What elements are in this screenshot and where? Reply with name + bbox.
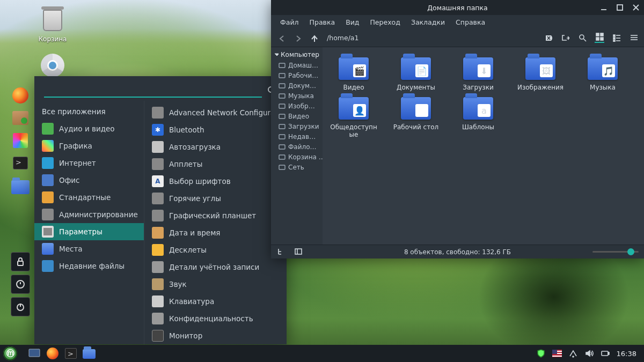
sidebar-item-network[interactable]: Сеть xyxy=(271,162,323,172)
app-autostart[interactable]: Автозагрузка xyxy=(144,138,287,156)
logout-button[interactable] xyxy=(11,275,30,294)
fm-menu-переход[interactable]: Переход xyxy=(365,17,405,28)
fm-titlebar[interactable]: Домашняя папка xyxy=(271,0,644,15)
category-accessories[interactable]: Стандартные xyxy=(34,189,144,206)
sidebar-item-label: Докум… xyxy=(288,82,316,90)
tray-volume[interactable] xyxy=(584,349,594,358)
category-icon xyxy=(42,123,54,135)
app-label: Графический планшет xyxy=(169,211,256,220)
category-graphics[interactable]: Графика xyxy=(34,137,144,154)
task-firefox[interactable] xyxy=(45,346,61,360)
file-video[interactable]: 🎬Видео xyxy=(328,55,379,91)
sidebar-item-home[interactable]: Домаш… xyxy=(271,60,323,70)
sidebar-header-computer[interactable]: Компьютер xyxy=(271,49,323,60)
fm-menu-правка[interactable]: Правка xyxy=(305,17,340,28)
clock[interactable]: 16:38 xyxy=(617,350,636,358)
app-net-config[interactable]: Advanced Network Configuration xyxy=(144,104,287,121)
close-button[interactable] xyxy=(631,3,641,12)
start-button[interactable] xyxy=(3,346,17,360)
fm-main[interactable]: 🎬Видео📄Документы⬇Загрузки🖼Изображения🎵Му… xyxy=(323,47,644,245)
sidebar-item-filesystem[interactable]: Файло… xyxy=(271,142,323,152)
file-downloads[interactable]: ⬇Загрузки xyxy=(452,55,504,91)
category-audio-video[interactable]: Аудио и видео xyxy=(34,120,144,137)
task-show-desktop[interactable] xyxy=(26,346,42,360)
folder-icon: 📄 xyxy=(401,55,431,80)
tray-network[interactable] xyxy=(568,349,578,358)
category-internet[interactable]: Интернет xyxy=(34,154,144,172)
category-office[interactable]: Офис xyxy=(34,172,144,189)
zoom-slider[interactable] xyxy=(592,251,639,253)
app-applets[interactable]: Апплеты xyxy=(144,156,287,173)
file-music[interactable]: 🎵Музыка xyxy=(577,55,628,91)
toggle-path-button[interactable] xyxy=(560,33,570,43)
sidebar-item-documents[interactable]: Докум… xyxy=(271,80,323,91)
sidebar-item-downloads[interactable]: Загрузки xyxy=(271,121,323,131)
path-display[interactable]: /home/a1 xyxy=(325,34,538,42)
file-desktop[interactable]: Рабочий стол xyxy=(390,94,442,138)
app-monitor[interactable]: Монитор xyxy=(144,327,287,344)
app-bluetooth[interactable]: Bluetooth xyxy=(144,121,287,138)
lock-button[interactable] xyxy=(11,252,30,271)
chevron-down-icon xyxy=(274,52,279,57)
launcher-column xyxy=(11,86,32,316)
app-privacy[interactable]: Конфиденциальность xyxy=(144,310,287,327)
tray-keyboard-layout[interactable] xyxy=(552,349,562,358)
launch-firefox[interactable] xyxy=(11,86,30,105)
launch-software[interactable] xyxy=(11,108,30,128)
fm-sidebar: Компьютер Домаш…Рабочи…Докум…МузыкаИзобр… xyxy=(271,47,323,245)
category-preferences[interactable]: Параметры xyxy=(34,223,144,240)
category-administration[interactable]: Администрирование xyxy=(34,206,144,223)
minimize-button[interactable] xyxy=(599,3,609,12)
nav-up[interactable] xyxy=(309,33,319,43)
status-tree-toggle[interactable] xyxy=(276,247,286,257)
app-datetime[interactable]: Дата и время xyxy=(144,224,287,241)
app-desklets[interactable]: Десклеты xyxy=(144,241,287,258)
status-sidebar-toggle[interactable] xyxy=(294,247,303,257)
svg-rect-0 xyxy=(18,261,23,265)
clear-path-button[interactable] xyxy=(543,33,553,43)
tray-battery[interactable] xyxy=(601,349,610,358)
app-keyboard[interactable]: Клавиатура xyxy=(144,293,287,310)
file-templates[interactable]: aШаблоны xyxy=(452,94,504,138)
sidebar-item-video[interactable]: Видео xyxy=(271,111,323,121)
sidebar-item-desktop[interactable]: Рабочи… xyxy=(271,70,323,80)
app-tablet[interactable]: Графический планшет xyxy=(144,207,287,224)
shutdown-button[interactable] xyxy=(11,297,30,316)
app-label: Advanced Network Configuration xyxy=(169,108,287,117)
tray-shield[interactable] xyxy=(536,349,546,358)
launch-colors[interactable] xyxy=(11,131,30,150)
menu-search-input[interactable] xyxy=(44,84,262,98)
category-places[interactable]: Места xyxy=(34,240,144,257)
desktop-trash[interactable]: Корзина xyxy=(33,8,72,43)
sidebar-item-music[interactable]: Музыка xyxy=(271,91,323,101)
app-hotcorners[interactable]: Горячие углы xyxy=(144,190,287,207)
sidebar-item-pictures[interactable]: Изобр… xyxy=(271,101,323,111)
view-list[interactable] xyxy=(612,33,621,43)
task-files[interactable] xyxy=(81,346,97,360)
app-fonts[interactable]: Выбор шрифтов xyxy=(144,173,287,190)
app-sound[interactable]: Звук xyxy=(144,276,287,293)
file-pictures[interactable]: 🖼Изображения xyxy=(515,55,566,91)
file-public[interactable]: 👤Общедоступные xyxy=(328,94,379,138)
fm-menu-вид[interactable]: Вид xyxy=(341,17,364,28)
fm-menu-закладки[interactable]: Закладки xyxy=(406,17,450,28)
app-icon xyxy=(152,107,164,119)
category-recent[interactable]: Недавние файлы xyxy=(34,257,144,275)
app-accounts[interactable]: Детали учётной записи xyxy=(144,258,287,276)
file-documents[interactable]: 📄Документы xyxy=(390,55,442,91)
launch-files[interactable] xyxy=(11,176,30,195)
launch-terminal[interactable] xyxy=(11,153,30,173)
sidebar-item-label: Изобр… xyxy=(288,102,315,110)
nav-back[interactable] xyxy=(276,33,287,43)
view-compact[interactable] xyxy=(629,33,639,43)
fm-menu-справка[interactable]: Справка xyxy=(451,17,490,28)
svg-rect-37 xyxy=(279,165,285,169)
sidebar-item-recent[interactable]: Недав… xyxy=(271,131,323,142)
nav-forward[interactable] xyxy=(292,33,303,43)
sidebar-item-trash[interactable]: Корзина … xyxy=(271,152,323,162)
view-icons[interactable] xyxy=(595,33,604,43)
fm-menu-файл[interactable]: Файл xyxy=(275,17,304,28)
task-terminal[interactable] xyxy=(63,346,79,360)
search-button[interactable] xyxy=(577,33,587,43)
maximize-button[interactable] xyxy=(615,3,625,12)
